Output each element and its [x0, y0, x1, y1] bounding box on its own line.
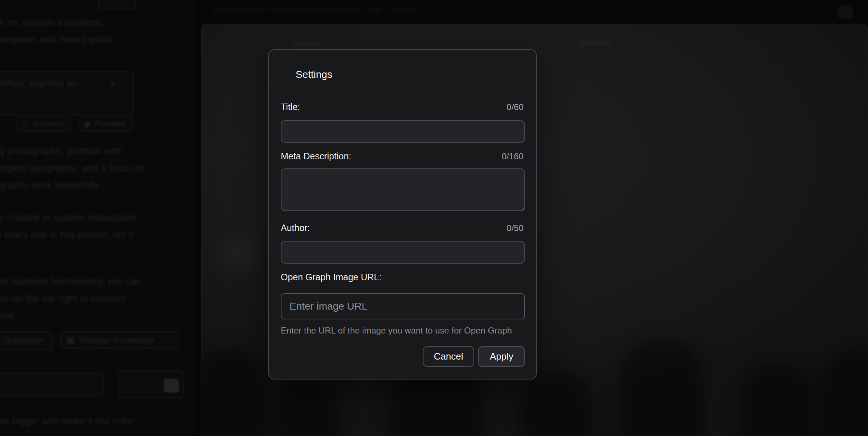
- title-input[interactable]: [281, 120, 525, 143]
- chat-user-prompt: the bigger and make it red color: [0, 416, 133, 427]
- chat-message-text: ng photographs, portfolio with: [0, 146, 122, 157]
- close-icon[interactable]: ✕: [109, 79, 117, 90]
- tree-silhouette: [201, 349, 267, 436]
- app-window: type on, smooth transitions, whitespace,…: [0, 0, 868, 436]
- manage-knowledge-button[interactable]: ▦ Manage knowledge: [60, 331, 178, 349]
- meta-description-char-counter: 0/160: [502, 151, 523, 162]
- cancel-button[interactable]: Cancel: [423, 346, 474, 367]
- meta-description-field-label: Meta Description:: [281, 151, 351, 162]
- manage-knowledge-label: Manage knowledge: [79, 335, 155, 345]
- chat-message-text: to every edit in this project, set it: [0, 229, 133, 240]
- project-url-breadcrumb[interactable]: preview-write-visual-manage-knowle...app…: [212, 4, 428, 15]
- chat-message-text: ography work beautifully: [0, 180, 99, 191]
- background-blob: [292, 42, 321, 47]
- author-char-counter: 0/50: [506, 223, 523, 233]
- chat-message-text: ons on the top right to connect: [0, 293, 125, 304]
- toggle-preview[interactable]: ◉ Preview: [78, 116, 133, 132]
- toggle-schema-label: Schema: [32, 119, 64, 129]
- chat-message-text: whitespace, and muted golds.: [0, 34, 115, 45]
- sidebar-tab[interactable]: [99, 0, 136, 9]
- divider: [281, 88, 525, 88]
- title-field-label: Title:: [281, 102, 300, 112]
- title-char-counter: 0/60: [506, 102, 523, 112]
- send-icon: ↑: [170, 381, 174, 390]
- chat-message-text: elegant typography, and a focus on: [0, 163, 146, 174]
- chat-message-text: base: [0, 310, 15, 321]
- tree-silhouette: [738, 363, 817, 436]
- dialog-title: Settings: [296, 69, 332, 80]
- toggle-preview-label: Preview: [95, 119, 125, 129]
- environment-selector: · Default ⌄: [384, 4, 428, 14]
- notice-card-text: perfect, express an: [0, 78, 78, 89]
- tree-silhouette: [520, 370, 593, 436]
- settings-dialog: Settings Title: 0/60 Meta Description: 0…: [268, 49, 537, 380]
- window-control-icon[interactable]: [838, 6, 853, 19]
- og-image-url-field-label: Open Graph Image URL:: [281, 272, 381, 282]
- author-input[interactable]: [281, 241, 525, 264]
- code-icon: ⟨⟩: [22, 119, 29, 129]
- chat-message-text: ve created or custom instructions: [0, 212, 137, 223]
- chat-message-text: type on, smooth transitions,: [0, 17, 105, 29]
- project-url: preview-write-visual-manage-knowle...app: [212, 4, 381, 14]
- author-field-label: Author:: [281, 223, 310, 233]
- supabase-button[interactable]: Supabase: [0, 331, 53, 350]
- tree-silhouette: [618, 341, 705, 436]
- background-blob: [578, 39, 611, 46]
- meta-description-textarea[interactable]: [281, 168, 525, 211]
- tree-silhouette: [817, 349, 868, 436]
- background-glow: [208, 225, 266, 283]
- toggle-schema[interactable]: ⟨⟩ Schema: [16, 116, 71, 132]
- tree-silhouette: [274, 378, 339, 436]
- chat-input[interactable]: [0, 373, 104, 396]
- og-image-url-input[interactable]: [281, 293, 525, 319]
- eye-icon: ◉: [83, 119, 91, 129]
- supabase-button-label: Supabase: [4, 335, 43, 345]
- send-button[interactable]: ↑: [164, 379, 179, 393]
- knowledge-icon: ▦: [67, 335, 75, 345]
- sidebar-chat-panel: type on, smooth transitions, whitespace,…: [0, 0, 195, 436]
- og-image-url-helper-text: Enter the URL of the image you want to u…: [281, 326, 512, 336]
- chat-message-text: ses backend functionality, you can: [0, 276, 142, 287]
- apply-button[interactable]: Apply: [478, 346, 525, 367]
